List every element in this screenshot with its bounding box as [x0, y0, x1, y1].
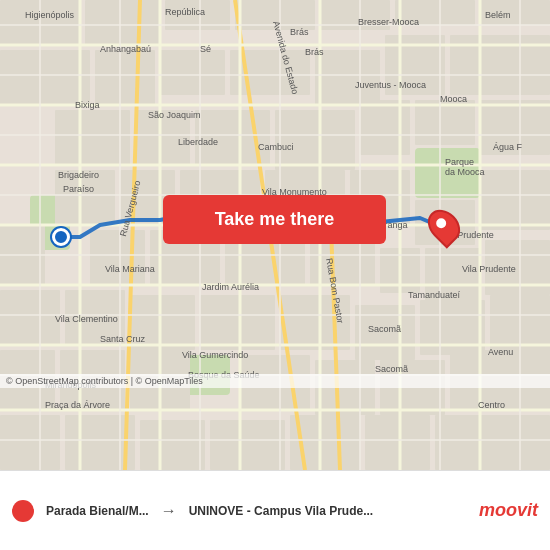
- bottom-bar: Parada Bienal/M... → UNINOVE - Campus Vi…: [0, 470, 550, 550]
- svg-text:Tamanduateí: Tamanduateí: [408, 290, 461, 300]
- svg-text:Parque: Parque: [445, 157, 474, 167]
- svg-rect-11: [0, 50, 90, 105]
- svg-text:Anhangabaú: Anhangabaú: [100, 44, 151, 54]
- svg-rect-40: [0, 290, 60, 345]
- svg-text:República: República: [165, 7, 205, 17]
- svg-rect-31: [480, 170, 550, 230]
- destination-label: UNINOVE - Campus Vila Prude...: [189, 504, 374, 518]
- svg-text:Higienópolis: Higienópolis: [25, 10, 75, 20]
- svg-text:Paraíso: Paraíso: [63, 184, 94, 194]
- svg-rect-18: [55, 110, 130, 165]
- svg-rect-46: [420, 300, 485, 355]
- svg-rect-15: [315, 50, 380, 105]
- route-info: Parada Bienal/M... → UNINOVE - Campus Vi…: [12, 500, 492, 522]
- svg-text:Sé: Sé: [200, 44, 211, 54]
- route-arrow-icon: →: [161, 502, 177, 520]
- svg-rect-22: [360, 100, 410, 155]
- svg-text:Vila Gumercindo: Vila Gumercindo: [182, 350, 248, 360]
- svg-text:Mooca: Mooca: [440, 94, 467, 104]
- svg-rect-12: [95, 50, 155, 105]
- svg-rect-55: [0, 415, 60, 470]
- svg-text:Liberdade: Liberdade: [178, 137, 218, 147]
- take-me-there-button[interactable]: Take me there: [163, 195, 386, 244]
- svg-text:Sacomã: Sacomã: [368, 324, 401, 334]
- svg-rect-21: [275, 110, 355, 170]
- svg-rect-23: [415, 100, 475, 145]
- svg-text:Brás: Brás: [305, 47, 324, 57]
- svg-rect-43: [200, 295, 275, 350]
- svg-text:Bixiga: Bixiga: [75, 100, 100, 110]
- svg-text:Bresser-Mooca: Bresser-Mooca: [358, 17, 419, 27]
- svg-rect-5: [85, 0, 160, 45]
- svg-rect-60: [365, 415, 430, 470]
- svg-text:Belém: Belém: [485, 10, 511, 20]
- svg-text:Brás: Brás: [290, 27, 309, 37]
- svg-text:Santa Cruz: Santa Cruz: [100, 334, 146, 344]
- origin-label: Parada Bienal/M...: [46, 504, 149, 518]
- svg-rect-58: [210, 420, 285, 470]
- destination-marker: [430, 208, 458, 244]
- svg-text:Jardim Aurélia: Jardim Aurélia: [202, 282, 259, 292]
- origin-marker: [52, 228, 70, 246]
- svg-rect-57: [140, 420, 205, 470]
- svg-text:da Mooca: da Mooca: [445, 167, 485, 177]
- svg-text:Cambuci: Cambuci: [258, 142, 294, 152]
- svg-text:Sacomã: Sacomã: [375, 364, 408, 374]
- svg-text:Centro: Centro: [478, 400, 505, 410]
- svg-text:Vila Clementino: Vila Clementino: [55, 314, 118, 324]
- svg-text:Água F: Água F: [493, 142, 523, 152]
- svg-text:Avenu: Avenu: [488, 347, 513, 357]
- moovit-logo: moovit: [479, 505, 538, 517]
- svg-rect-33: [90, 230, 145, 285]
- svg-text:Vila Mariana: Vila Mariana: [105, 264, 155, 274]
- svg-rect-61: [435, 415, 550, 470]
- svg-rect-13: [160, 50, 225, 95]
- svg-text:São Joaquim: São Joaquim: [148, 110, 201, 120]
- map-attribution: © OpenStreetMap contributors | © OpenMap…: [0, 374, 550, 388]
- map-container: Higienópolis República Brás Bresser-Mooc…: [0, 0, 550, 470]
- svg-text:Juventus - Mooca: Juventus - Mooca: [355, 80, 426, 90]
- svg-text:Brigadeiro: Brigadeiro: [58, 170, 99, 180]
- moovit-logo-text: moovit: [479, 500, 538, 521]
- svg-text:Vila Prudente: Vila Prudente: [462, 264, 516, 274]
- svg-text:Praça da Árvore: Praça da Árvore: [45, 400, 110, 410]
